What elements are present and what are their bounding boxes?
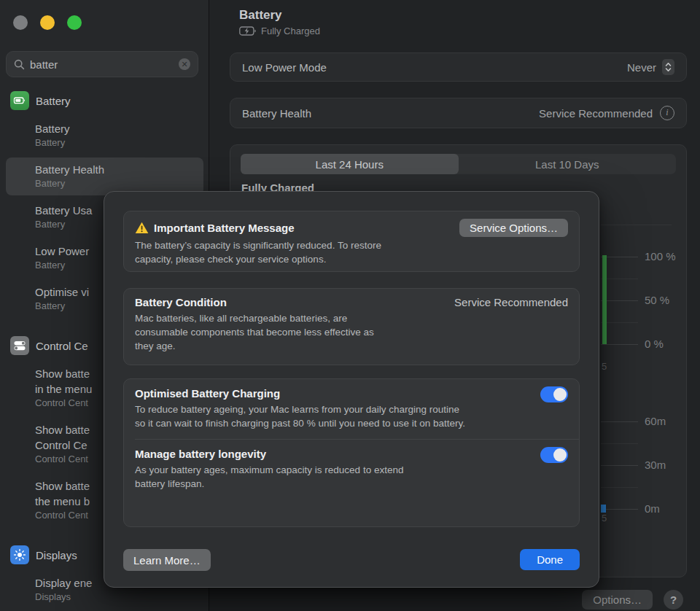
info-icon[interactable]: i xyxy=(660,106,674,120)
control-center-icon xyxy=(10,336,29,355)
system-settings-window: batter ✕ Battery BatteryBatteryBattery H… xyxy=(0,0,700,611)
hour-tick-label: 5 xyxy=(602,361,607,372)
battery-condition-title: Battery Condition xyxy=(135,296,227,308)
warning-icon xyxy=(135,222,149,234)
important-battery-message-section: Important Battery Message Service Option… xyxy=(123,211,580,272)
chart-gridline xyxy=(601,465,638,466)
battery-status-text: Fully Charged xyxy=(261,26,320,36)
percent-axis-label: 50 % xyxy=(645,294,669,306)
chart-gridline xyxy=(601,344,638,345)
low-power-mode-label: Low Power Mode xyxy=(242,61,627,74)
sidebar-app-battery[interactable]: Battery xyxy=(6,87,203,114)
optimised-charging-body: To reduce battery ageing, your Mac learn… xyxy=(135,402,543,430)
battery-health-value: Service Recommended xyxy=(539,107,653,120)
result-subtitle: Battery xyxy=(35,177,198,190)
chart-gridline xyxy=(601,487,638,488)
sidebar-app-label: Control Ce xyxy=(36,340,88,352)
result-subtitle: Battery xyxy=(35,136,198,149)
sidebar-search-result[interactable]: BatteryBattery xyxy=(6,117,203,155)
chart-gridline xyxy=(601,443,638,444)
low-power-mode-popup-button[interactable] xyxy=(662,59,674,75)
result-title: Battery xyxy=(35,121,198,136)
low-power-mode-row: Low Power Mode Never xyxy=(230,52,687,82)
options-button[interactable]: Options… xyxy=(582,590,653,610)
battery-condition-section: Battery Condition Service Recommended Ma… xyxy=(123,288,580,365)
sidebar-search-result[interactable]: Battery HealthBattery xyxy=(6,157,203,195)
help-button[interactable]: ? xyxy=(664,590,683,610)
displays-icon xyxy=(10,545,29,564)
manage-longevity-row: Manage battery longevity As your battery… xyxy=(124,440,579,499)
tab-last-10-days[interactable]: Last 10 Days xyxy=(459,154,677,174)
page-title: Battery xyxy=(239,8,282,23)
search-value: batter xyxy=(30,58,179,71)
window-minimize-button[interactable] xyxy=(40,15,55,30)
battery-health-dialog: Important Battery Message Service Option… xyxy=(104,191,599,588)
manage-longevity-title: Manage battery longevity xyxy=(135,448,568,460)
time-axis-label: 60m xyxy=(645,415,666,427)
tab-last-24-hours[interactable]: Last 24 Hours xyxy=(241,154,459,174)
manage-longevity-toggle[interactable] xyxy=(540,447,568,463)
optimised-charging-title: Optimised Battery Charging xyxy=(135,387,568,400)
battery-health-label: Battery Health xyxy=(242,107,539,120)
optimised-charging-row: Optimised Battery Charging To reduce bat… xyxy=(124,379,579,439)
hour-tick-label: 5 xyxy=(602,513,607,524)
important-message-body: The battery’s capacity is significantly … xyxy=(135,238,456,266)
battery-toggles-section: Optimised Battery Charging To reduce bat… xyxy=(123,378,580,527)
percent-axis-label: 100 % xyxy=(645,250,676,262)
low-power-mode-value: Never xyxy=(627,61,656,74)
chart-gridline xyxy=(601,421,638,422)
done-button[interactable]: Done xyxy=(520,549,580,570)
result-subtitle: Displays xyxy=(35,591,198,604)
battery-charging-icon xyxy=(239,26,257,36)
search-clear-icon[interactable]: ✕ xyxy=(179,58,190,70)
window-close-button[interactable] xyxy=(13,15,28,30)
window-zoom-button[interactable] xyxy=(67,15,82,30)
search-input[interactable]: batter ✕ xyxy=(6,51,198,77)
percent-axis-label: 0 % xyxy=(645,338,664,350)
battery-condition-status: Service Recommended xyxy=(454,296,568,308)
optimised-charging-toggle[interactable] xyxy=(540,386,568,402)
time-axis-label: 0m xyxy=(645,502,660,515)
time-axis-label: 30m xyxy=(645,459,666,471)
learn-more-button[interactable]: Learn More… xyxy=(123,549,211,571)
screen-usage-bar xyxy=(601,505,606,513)
chevron-up-down-icon xyxy=(665,62,672,72)
sidebar-app-label: Battery xyxy=(36,95,71,107)
chart-gridline xyxy=(601,509,638,510)
battery-icon xyxy=(10,91,29,110)
battery-status: Fully Charged xyxy=(239,26,320,36)
battery-health-row: Battery Health Service Recommended i xyxy=(230,98,687,128)
sidebar-app-label: Displays xyxy=(36,549,77,561)
service-options-button[interactable]: Service Options… xyxy=(459,219,568,237)
battery-condition-body: Mac batteries, like all rechargeable bat… xyxy=(135,311,463,353)
battery-level-bar xyxy=(602,255,607,344)
search-icon xyxy=(14,59,25,70)
manage-longevity-body: As your battery ages, maximum capacity i… xyxy=(135,463,543,491)
chart-top-line xyxy=(601,225,672,225)
result-title: Battery Health xyxy=(35,162,198,177)
important-message-title: Important Battery Message xyxy=(154,222,295,234)
time-range-segmented-control: Last 24 Hours Last 10 Days xyxy=(241,154,676,174)
